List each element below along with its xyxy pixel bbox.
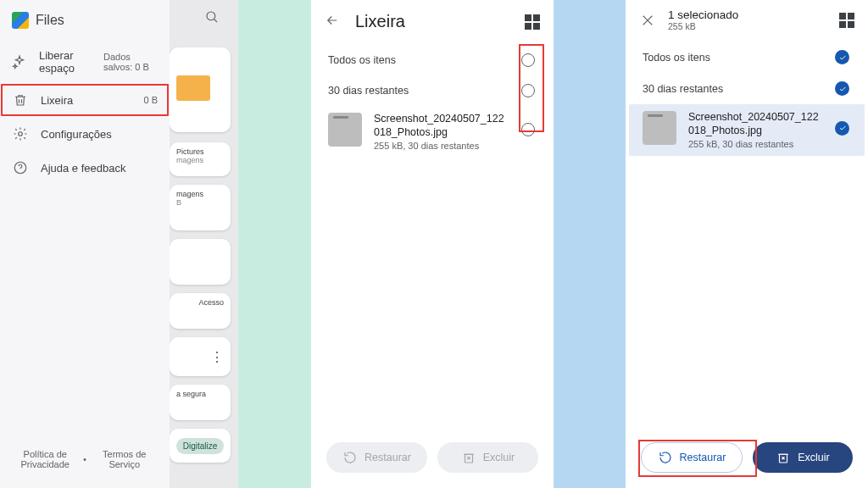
navigation-drawer: Files Liberar espaço Dados salvos: 0 B L… [0, 0, 170, 488]
select-group-radio[interactable] [521, 84, 535, 97]
selection-size: 255 kB [668, 21, 738, 31]
delete-button[interactable]: Excluir [753, 442, 853, 473]
nav-label: Lixeira [41, 94, 73, 107]
nav-label: Configurações [41, 128, 112, 141]
bg-card [170, 239, 231, 285]
bg-card: Digitalize [170, 429, 231, 463]
group-header-row[interactable]: 30 dias restantes [311, 75, 554, 106]
separator-dot: • [83, 455, 86, 464]
page-title: Lixeira [355, 12, 405, 31]
back-icon[interactable] [325, 13, 340, 31]
panel-trash-unselected: Lixeira Todos os itens 30 dias restantes… [311, 0, 554, 488]
drawer-footer: Política de Privacidade • Termos de Serv… [0, 449, 170, 488]
button-label: Restaurar [680, 452, 726, 463]
bg-text: a segura [176, 390, 224, 398]
nav-value: 0 B [143, 95, 158, 105]
file-subtext: 255 kB, 30 dias restantes [688, 139, 823, 149]
bg-card [170, 47, 231, 132]
files-logo-icon [12, 12, 29, 29]
group-label: 30 dias restantes [643, 83, 723, 95]
section-label: Todos os itens [643, 52, 710, 64]
gear-icon [12, 125, 29, 142]
file-name: Screenshot_20240507_122018_Photos.jpg [688, 111, 823, 137]
nav-label: Liberar espaço [39, 49, 92, 75]
button-label: Excluir [483, 452, 515, 463]
bg-card: Acesso [170, 293, 231, 329]
restore-button[interactable]: Restaurar [326, 442, 427, 473]
restore-button[interactable]: Restaurar [641, 442, 743, 473]
app-name: Files [36, 13, 64, 28]
selection-count: 1 selecionado [668, 8, 738, 21]
nav-free-space[interactable]: Liberar espaço Dados salvos: 0 B [0, 41, 170, 83]
group-label: 30 dias restantes [328, 85, 409, 97]
bottom-action-bar: Restaurar Excluir [311, 434, 554, 488]
section-label: Todos os itens [328, 54, 396, 66]
select-all-radio[interactable] [521, 53, 535, 67]
file-row-selected[interactable]: Screenshot_20240507_122018_Photos.jpg 25… [629, 104, 865, 156]
terms-link[interactable]: Termos de Serviço [95, 449, 154, 469]
panel-trash-selected: 1 selecionado 255 kB Todos os itens 30 d… [626, 0, 868, 488]
panel-drawer-screen: Pictures magens magens B Acesso ⋮ a segu… [0, 0, 238, 488]
app-brand: Files [0, 12, 170, 41]
group-header-row[interactable]: 30 dias restantes [626, 73, 868, 104]
button-label: Restaurar [364, 452, 411, 463]
nav-trash[interactable]: Lixeira 0 B [0, 83, 170, 117]
all-items-row[interactable]: Todos os itens [311, 45, 554, 75]
select-group-check[interactable] [835, 81, 849, 96]
bg-card: magens B [170, 185, 231, 230]
nav-label: Ajuda e feedback [41, 162, 125, 175]
blue-gap [554, 0, 626, 488]
file-name: Screenshot_20240507_122018_Photos.jpg [374, 113, 509, 139]
svg-line-1 [214, 19, 217, 22]
button-label: Excluir [798, 452, 830, 463]
file-thumbnail [328, 113, 362, 147]
select-file-check[interactable] [835, 121, 849, 136]
search-icon[interactable] [204, 9, 220, 29]
grid-view-icon[interactable] [525, 14, 540, 30]
bg-text: Acesso [176, 298, 224, 307]
nav-value: Dados salvos: 0 B [103, 52, 158, 72]
select-file-radio[interactable] [521, 123, 535, 136]
sparkle-icon [12, 53, 27, 70]
all-items-row[interactable]: Todos os itens [626, 42, 868, 73]
bg-card: a segura [170, 385, 231, 420]
file-subtext: 255 kB, 30 dias restantes [374, 141, 509, 151]
file-row[interactable]: Screenshot_20240507_122018_Photos.jpg 25… [311, 106, 554, 158]
selection-app-bar: 1 selecionado 255 kB [626, 0, 868, 42]
bg-card: ⋮ [170, 337, 231, 376]
bg-scan-button[interactable]: Digitalize [176, 438, 225, 454]
grid-view-icon[interactable] [839, 13, 854, 28]
nav-help[interactable]: Ajuda e feedback [0, 151, 170, 185]
bg-text: Pictures [176, 147, 224, 156]
close-icon[interactable] [639, 12, 656, 29]
svg-point-2 [19, 132, 23, 136]
privacy-link[interactable]: Política de Privacidade [15, 449, 75, 469]
file-thumbnail [643, 111, 676, 145]
svg-point-0 [207, 12, 215, 20]
nav-settings[interactable]: Configurações [0, 117, 170, 151]
teal-gap [238, 0, 311, 488]
delete-button[interactable]: Excluir [437, 442, 538, 473]
help-icon [12, 159, 29, 176]
select-all-check[interactable] [835, 50, 849, 64]
bg-card: Pictures magens [170, 142, 231, 176]
app-bar: Lixeira [311, 0, 554, 45]
background-blurred-content: Pictures magens magens B Acesso ⋮ a segu… [170, 0, 238, 488]
bg-text: B [176, 198, 224, 207]
bottom-action-bar: Restaurar Excluir [626, 434, 868, 488]
bg-text: magens [176, 190, 224, 198]
trash-icon [12, 92, 29, 108]
bg-text: magens [176, 156, 224, 164]
